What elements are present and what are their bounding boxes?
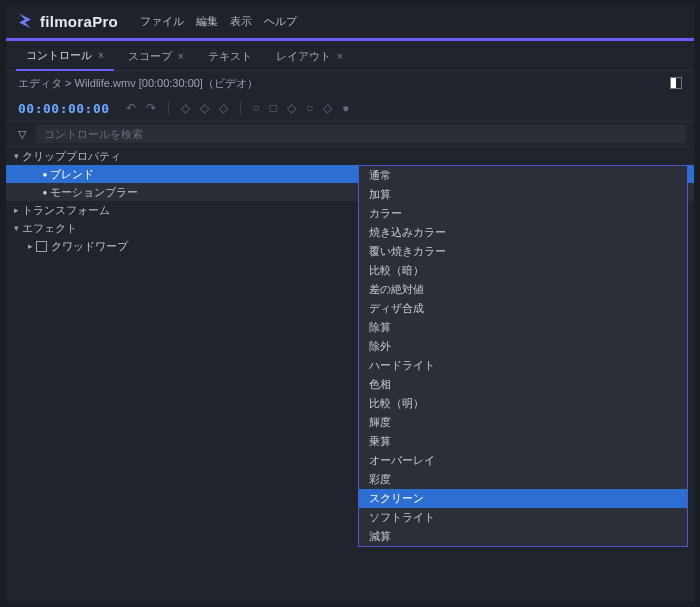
blend-option[interactable]: 焼き込みカラー [359,223,687,242]
menu-file[interactable]: ファイル [140,14,184,29]
blend-option[interactable]: 輝度 [359,413,687,432]
brand-a: filmora [40,13,92,30]
breadcrumb: エディタ > Wildlife.wmv [00:00:30:00]（ビデオ） [18,76,258,91]
separator [240,101,241,115]
separator [168,101,169,115]
blend-option[interactable]: ソフトライト [359,508,687,527]
close-icon[interactable]: × [178,51,184,62]
search-input[interactable] [36,125,686,143]
panel-mode-icon[interactable] [670,77,682,89]
blend-option[interactable]: 除算 [359,318,687,337]
marker-dot-icon[interactable]: ● [342,101,349,115]
app-logo: filmoraPro [16,12,118,30]
keyframe-diamond-icon[interactable]: ◇ [200,101,209,115]
tab-text[interactable]: テキスト [198,44,262,70]
keyframe-diamond-icon[interactable]: ◇ [219,101,228,115]
property-tree: ▾ クリッププロパティ ● ブレンド スクリーン ▼ ● モーションブラー ▸ … [6,147,694,601]
marker-circle-icon[interactable]: ○ [306,101,313,115]
menu-help[interactable]: ヘルプ [264,14,297,29]
bullet-icon: ● [40,170,50,179]
undo-icon[interactable]: ↶ [126,101,136,115]
redo-icon[interactable]: ↷ [146,101,156,115]
blend-option[interactable]: カラー [359,204,687,223]
caret-down-icon: ▾ [10,151,22,161]
marker-diamond-icon[interactable]: ◇ [287,101,296,115]
tab-controls[interactable]: コントロール× [16,43,114,71]
blend-option[interactable]: スクリーン [359,489,687,508]
blend-dropdown[interactable]: 通常加算カラー焼き込みカラー覆い焼きカラー比較（暗）差の絶対値ディザ合成除算除外… [358,165,688,547]
blend-option[interactable]: 比較（明） [359,394,687,413]
tab-scope[interactable]: スコープ× [118,44,194,70]
keyframe-diamond-icon[interactable]: ◇ [181,101,190,115]
caret-right-icon: ▸ [24,241,36,251]
checkbox-icon[interactable] [36,241,47,252]
blend-option[interactable]: 彩度 [359,470,687,489]
tree-group-clip-properties[interactable]: ▾ クリッププロパティ [6,147,694,165]
brand-b: Pro [92,13,118,30]
timecode[interactable]: 00:00:00:00 [18,101,110,116]
blend-option[interactable]: 通常 [359,166,687,185]
blend-option[interactable]: 覆い焼きカラー [359,242,687,261]
marker-circle-icon[interactable]: ○ [253,101,260,115]
blend-option[interactable]: ディザ合成 [359,299,687,318]
blend-option[interactable]: 加算 [359,185,687,204]
blend-option[interactable]: 色相 [359,375,687,394]
marker-square-icon[interactable]: □ [270,101,277,115]
blend-option[interactable]: オーバーレイ [359,451,687,470]
tab-layout[interactable]: レイアウト× [266,44,353,70]
menu-edit[interactable]: 編集 [196,14,218,29]
menu-view[interactable]: 表示 [230,14,252,29]
filter-icon[interactable]: ▽ [14,128,30,141]
bullet-icon: ● [40,188,50,197]
blend-option[interactable]: 比較（暗） [359,261,687,280]
blend-option[interactable]: 減算 [359,527,687,546]
close-icon[interactable]: × [337,51,343,62]
close-icon[interactable]: × [98,50,104,61]
blend-option[interactable]: 除外 [359,337,687,356]
blend-option[interactable]: ハードライト [359,356,687,375]
caret-right-icon: ▸ [10,205,22,215]
marker-diamond-icon[interactable]: ◇ [323,101,332,115]
blend-option[interactable]: 乗算 [359,432,687,451]
caret-down-icon: ▾ [10,223,22,233]
blend-option[interactable]: 差の絶対値 [359,280,687,299]
svg-marker-0 [19,14,31,29]
